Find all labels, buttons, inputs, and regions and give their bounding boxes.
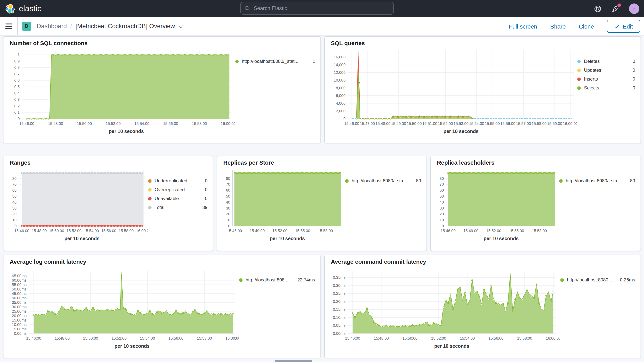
legend-label: Deletes bbox=[584, 58, 600, 64]
svg-text:50: 50 bbox=[440, 194, 444, 198]
svg-text:15:50:00: 15:50:00 bbox=[402, 336, 418, 340]
svg-text:30: 30 bbox=[12, 206, 16, 210]
legend-item[interactable]: Underreplicated0 bbox=[148, 178, 208, 184]
legend-value: 89 bbox=[630, 178, 636, 184]
legend-label: http://localhost:8080/_sta... bbox=[352, 178, 407, 184]
panel-title: Replica leaseholders bbox=[437, 159, 636, 166]
svg-text:15:52:00: 15:52:00 bbox=[112, 336, 126, 340]
svg-text:15:52:00: 15:52:00 bbox=[431, 336, 446, 340]
legend-value: 22.74ms bbox=[297, 277, 316, 282]
legend-item[interactable]: http://localhost:8080/_sta...89 bbox=[559, 178, 636, 184]
legend-item[interactable]: Deletes0 bbox=[578, 58, 636, 64]
svg-text:10: 10 bbox=[12, 218, 16, 222]
svg-text:0.9: 0.9 bbox=[14, 59, 20, 63]
chart-average-command-commit-latency[interactable]: 15:46:0015:48:0015:50:0015:52:0015:54:00… bbox=[329, 266, 560, 354]
newsfeed-button[interactable] bbox=[611, 4, 620, 13]
share-button[interactable]: Share bbox=[550, 23, 566, 30]
legend-item[interactable]: http://localhost:8080/_stat...1 bbox=[235, 58, 316, 64]
svg-text:0: 0 bbox=[14, 224, 16, 228]
svg-text:15:49:00: 15:49:00 bbox=[463, 228, 478, 233]
main-menu-button[interactable] bbox=[0, 17, 18, 35]
page-title: [Metricbeat CockroachDB] Overview bbox=[76, 23, 175, 30]
svg-text:70: 70 bbox=[12, 182, 16, 186]
svg-text:0.10ms: 0.10ms bbox=[333, 315, 346, 320]
legend-label: Updates bbox=[584, 68, 601, 73]
help-button[interactable] bbox=[594, 4, 602, 13]
dashboard-toolbar: D Dashboard / [Metricbeat CockroachDB] O… bbox=[0, 17, 644, 36]
search-input[interactable] bbox=[253, 5, 390, 12]
svg-text:15:56:00: 15:56:00 bbox=[168, 336, 184, 340]
global-search[interactable] bbox=[240, 2, 394, 15]
panel-average-command-commit-latency: Average command commit latency 15:46:001… bbox=[324, 255, 641, 358]
legend-value: 89 bbox=[416, 178, 422, 184]
svg-text:80: 80 bbox=[226, 176, 230, 180]
svg-text:0.00ms: 0.00ms bbox=[333, 331, 346, 336]
full-screen-button[interactable]: Full screen bbox=[509, 23, 537, 30]
horizontal-scrollbar-thumb[interactable] bbox=[274, 360, 312, 362]
svg-text:15:56:00: 15:56:00 bbox=[101, 228, 116, 233]
clone-button[interactable]: Clone bbox=[579, 23, 594, 30]
legend-color-dot bbox=[148, 206, 152, 209]
svg-text:1: 1 bbox=[18, 52, 20, 57]
edit-button[interactable]: Edit bbox=[607, 20, 640, 33]
svg-text:14,000: 14,000 bbox=[334, 63, 346, 67]
svg-text:15:46:00: 15:46:00 bbox=[26, 336, 41, 340]
legend-value: 0 bbox=[632, 68, 636, 73]
legend-item[interactable]: http://localhost:808...22.74ms bbox=[239, 277, 316, 282]
legend-label: http://localhost:8080... bbox=[567, 277, 612, 282]
space-avatar[interactable]: D bbox=[22, 22, 31, 31]
svg-text:15:52:00: 15:52:00 bbox=[438, 122, 453, 126]
legend-item[interactable]: Total89 bbox=[148, 205, 208, 210]
legend-color-dot bbox=[239, 278, 242, 282]
legend-sql-queries: Deletes0Updates0Inserts0Selects0 bbox=[578, 47, 636, 139]
svg-text:40.00ms: 40.00ms bbox=[12, 296, 26, 300]
svg-text:2,000: 2,000 bbox=[336, 109, 346, 113]
panel-sql-queries: SQL queries 15:46:0015:47:0015:48:0015:4… bbox=[324, 36, 641, 144]
svg-text:15:52:00: 15:52:00 bbox=[272, 228, 288, 233]
svg-text:30: 30 bbox=[226, 206, 230, 210]
svg-text:0.5: 0.5 bbox=[14, 84, 20, 89]
svg-text:20: 20 bbox=[226, 212, 230, 216]
svg-text:per 10 seconds: per 10 seconds bbox=[114, 343, 150, 349]
legend-item[interactable]: Unavailable0 bbox=[148, 196, 208, 201]
legend-item[interactable]: Selects0 bbox=[578, 85, 636, 90]
svg-text:45.00ms: 45.00ms bbox=[12, 292, 26, 296]
breadcrumb-separator: / bbox=[70, 23, 72, 30]
breadcrumb-dashboard-link[interactable]: Dashboard bbox=[37, 23, 67, 30]
legend-item[interactable]: Inserts0 bbox=[578, 76, 636, 82]
user-avatar[interactable]: r bbox=[629, 4, 639, 14]
panel-title: Average log commit latency bbox=[10, 258, 316, 265]
legend-label: Inserts bbox=[584, 76, 598, 82]
svg-text:15:54:00: 15:54:00 bbox=[460, 336, 475, 340]
svg-text:15:48:00: 15:48:00 bbox=[376, 122, 390, 126]
panel-title: SQL queries bbox=[331, 40, 636, 46]
legend-label: http://localhost:8080/_sta... bbox=[566, 178, 621, 184]
legend-item[interactable]: Overreplicated0 bbox=[148, 187, 208, 192]
svg-text:15:50:00: 15:50:00 bbox=[77, 122, 92, 126]
chart-replica-leaseholders[interactable]: 15:46:0015:49:0015:52:0015:55:0015:58:00… bbox=[435, 166, 559, 246]
top-navigation-bar: elastic bbox=[0, 0, 644, 17]
panel-average-log-commit-latency: Average log commit latency 15:46:0015:48… bbox=[3, 255, 321, 358]
legend-color-dot bbox=[559, 179, 563, 182]
chart-sql-queries[interactable]: 15:46:0015:47:0015:48:0015:49:0015:50:00… bbox=[329, 47, 578, 139]
check-icon[interactable] bbox=[178, 23, 184, 29]
svg-text:80: 80 bbox=[12, 176, 16, 180]
chart-average-log-commit-latency[interactable]: 15:46:0015:48:0015:50:0015:52:0015:54:00… bbox=[8, 266, 239, 354]
elastic-logo[interactable]: elastic bbox=[0, 4, 41, 14]
svg-text:0.05ms: 0.05ms bbox=[333, 323, 346, 328]
panel-number-of-sql-connections: Number of SQL connections 15:46:0015:48:… bbox=[3, 36, 321, 144]
chart-replicas-per-store[interactable]: 15:46:0015:49:0015:52:0015:55:0015:58:00… bbox=[222, 166, 345, 246]
space-initial: D bbox=[25, 24, 28, 29]
svg-text:0.1: 0.1 bbox=[14, 110, 20, 114]
svg-text:4,000: 4,000 bbox=[336, 101, 346, 106]
chart-number-of-sql-connections[interactable]: 15:46:0015:48:0015:50:0015:52:0015:54:00… bbox=[8, 47, 235, 139]
legend-item[interactable]: Updates0 bbox=[578, 68, 636, 73]
svg-text:50: 50 bbox=[226, 194, 230, 198]
legend-item[interactable]: http://localhost:8080...0.26ms bbox=[560, 277, 636, 282]
chart-ranges[interactable]: 15:46:0015:48:0015:50:0015:52:0015:54:00… bbox=[8, 166, 148, 246]
breadcrumb: Dashboard / [Metricbeat CockroachDB] Ove… bbox=[37, 23, 184, 30]
pencil-icon bbox=[614, 24, 620, 29]
legend-item[interactable]: http://localhost:8080/_sta...89 bbox=[345, 178, 422, 184]
brand-wordmark: elastic bbox=[19, 4, 41, 13]
legend-label: http://localhost:8080/_stat... bbox=[242, 58, 298, 64]
